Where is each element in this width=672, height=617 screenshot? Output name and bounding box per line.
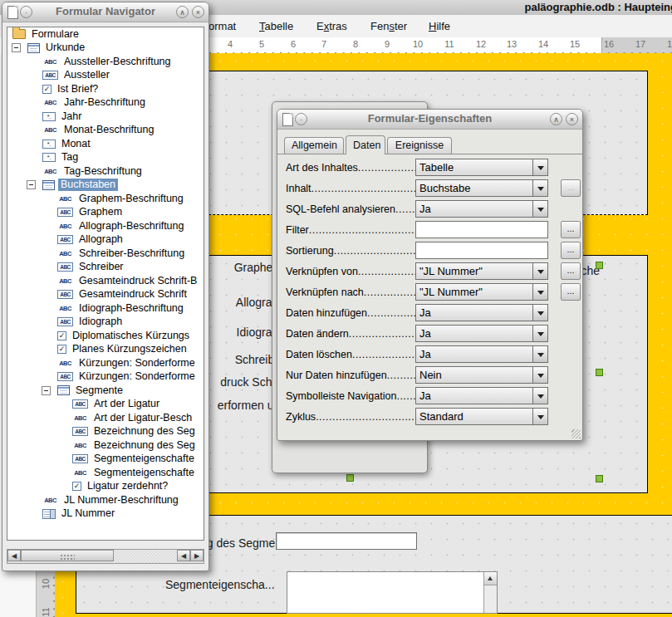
tree-item-aussteller[interactable]: ABCAussteller bbox=[7, 69, 204, 83]
scroll-left-button[interactable]: ◀ bbox=[177, 550, 190, 561]
tree-item-graphem-beschriftung[interactable]: ABCGraphem-Beschriftung bbox=[7, 192, 204, 206]
field-value[interactable]: Ja bbox=[415, 345, 532, 363]
collapse-expander-icon[interactable] bbox=[12, 43, 21, 52]
dropdown-field-daten-löschen[interactable]: Ja bbox=[415, 345, 548, 363]
selection-handle[interactable] bbox=[346, 474, 354, 482]
close-icon[interactable]: × bbox=[566, 113, 578, 125]
dropdown-field-art-des-inhaltes[interactable]: Tabelle bbox=[415, 159, 548, 176]
tree-item-gesamteindruck-schrift[interactable]: ABCGesamteindruck Schrift bbox=[7, 288, 204, 302]
field-value[interactable]: Standard bbox=[415, 408, 532, 425]
tree-item-allograph[interactable]: ABCAllograph bbox=[7, 233, 204, 247]
tree-item-graphem[interactable]: ABCGraphem bbox=[7, 206, 204, 220]
field-value[interactable]: Buchstabe bbox=[415, 179, 532, 197]
navigator-hscrollbar[interactable]: ◀◀▶ bbox=[7, 549, 204, 564]
scrollbar-thumb[interactable] bbox=[21, 550, 114, 561]
tree-item-buchstaben[interactable]: Buchstaben bbox=[7, 179, 204, 193]
tree-item-kürzungen-sonderforme[interactable]: ABCKürzungen: Sonderforme bbox=[7, 356, 204, 370]
tree-item-schreiber[interactable]: ABCSchreiber bbox=[7, 261, 204, 275]
menu-item-ormat[interactable]: ormat bbox=[205, 18, 239, 34]
tree-item-idiograph[interactable]: ABCIdiograph bbox=[7, 316, 204, 330]
scroll-left-button[interactable]: ◀ bbox=[7, 550, 21, 561]
field-value[interactable]: "JL Nummer" bbox=[415, 283, 532, 301]
tree-item-kürzungen-sonderforme[interactable]: ABCKürzungen: Sonderforme bbox=[7, 370, 204, 384]
tree-item-urkunde[interactable]: Urkunde bbox=[7, 42, 204, 56]
tree-item-gesamteindruck-schrift-b[interactable]: ABCGesamteindruck Schrift-B bbox=[7, 274, 204, 288]
field-value[interactable]: Tabelle bbox=[415, 159, 532, 176]
tree-item-idiograph-beschriftung[interactable]: ABCIdiograph-Beschriftung bbox=[7, 301, 204, 316]
browse-button[interactable]: ... bbox=[561, 242, 581, 259]
rollup-icon[interactable]: ∧ bbox=[550, 113, 562, 125]
chevron-down-icon[interactable] bbox=[532, 408, 548, 425]
chevron-down-icon[interactable] bbox=[532, 304, 548, 321]
chevron-down-icon[interactable] bbox=[532, 159, 548, 176]
browse-button[interactable]: ... bbox=[561, 283, 581, 301]
text-field-sortierung[interactable] bbox=[415, 242, 548, 259]
tree-item-ligatur-zerdehnt?[interactable]: ✓Ligatur zerdehnt? bbox=[7, 480, 204, 494]
browse-button[interactable]: ... bbox=[561, 221, 581, 238]
chevron-down-icon[interactable] bbox=[532, 325, 548, 342]
collapse-expander-icon[interactable] bbox=[27, 180, 36, 189]
field-value[interactable]: Ja bbox=[415, 304, 532, 321]
tree-item-bezeichnung-des-seg[interactable]: ABCBezeichnung des Seg bbox=[7, 438, 204, 453]
chevron-down-icon[interactable] bbox=[532, 200, 548, 218]
collapse-expander-icon[interactable] bbox=[42, 386, 51, 395]
tree-item-art-der-ligatur-besch[interactable]: ABCArt der Ligatur-Besch bbox=[7, 411, 204, 425]
dropdown-field-verknüpfen-von[interactable]: "JL Nummer" bbox=[415, 262, 548, 280]
field-value[interactable]: "JL Nummer" bbox=[415, 262, 532, 280]
dropdown-field-daten-hinzufügen[interactable]: Ja bbox=[415, 304, 548, 321]
browse-button[interactable]: ... bbox=[561, 262, 581, 280]
dropdown-field-daten-ändern[interactable]: Ja bbox=[415, 325, 548, 342]
segment-bezeichnung-input[interactable] bbox=[276, 532, 417, 550]
tab-allgemein[interactable]: Allgemein bbox=[284, 137, 344, 154]
tree-item-jahr-beschriftung[interactable]: ABCJahr-Beschriftung bbox=[7, 96, 204, 110]
tree-item-jahr[interactable]: *.Jahr bbox=[7, 110, 204, 124]
tree-item-monat-beschriftung[interactable]: ABCMonat-Beschriftung bbox=[7, 124, 204, 138]
selection-handle[interactable] bbox=[596, 262, 603, 269]
chevron-down-icon[interactable] bbox=[532, 179, 548, 197]
menu-item-fenster[interactable]: Fenster bbox=[367, 18, 410, 34]
tree-item-jl-nummer-beschriftung[interactable]: ABCJL Nummer-Beschriftung bbox=[7, 493, 204, 507]
tree-item-tag[interactable]: *.Tag bbox=[7, 151, 204, 165]
selection-handle[interactable] bbox=[596, 475, 603, 482]
dropdown-field-symbolleiste-navigation[interactable]: Ja bbox=[415, 387, 548, 404]
text-field-filter[interactable] bbox=[415, 221, 548, 238]
menu-item-extras[interactable]: Extras bbox=[313, 18, 351, 34]
chevron-down-icon[interactable] bbox=[532, 262, 548, 280]
chevron-down-icon[interactable] bbox=[532, 345, 548, 363]
chevron-down-icon[interactable] bbox=[532, 387, 548, 404]
dialog-titlebar[interactable]: · Formular-Eigenschaften ∧ × bbox=[277, 110, 582, 130]
tree-item-aussteller-beschriftung[interactable]: ABCAussteller-Beschriftung bbox=[7, 55, 204, 69]
tree-item-segmenteigenschafte[interactable]: ABCSegmenteigenschafte bbox=[7, 453, 204, 467]
close-icon[interactable]: × bbox=[192, 6, 204, 18]
dropdown-field-nur-daten-hinzufügen[interactable]: Nein bbox=[415, 366, 548, 384]
chevron-down-icon[interactable] bbox=[532, 283, 548, 301]
selection-handle[interactable] bbox=[596, 369, 603, 376]
tree-item-segmente[interactable]: Segmente bbox=[7, 384, 204, 398]
dropdown-field-verknüpfen-nach[interactable]: "JL Nummer" bbox=[415, 283, 548, 301]
field-value[interactable] bbox=[415, 221, 548, 238]
scroll-up-button[interactable] bbox=[484, 572, 497, 585]
rollup-icon[interactable]: ∧ bbox=[176, 6, 189, 18]
field-value[interactable]: Ja bbox=[415, 200, 532, 218]
tree-item-planes-kürzungszeichen[interactable]: ✓Planes Kürzungszeichen bbox=[7, 343, 204, 357]
tree-item-schreiber-beschriftung[interactable]: ABCSchreiber-Beschriftung bbox=[7, 247, 204, 261]
tab-daten[interactable]: Daten bbox=[346, 135, 385, 154]
tree-item-ist-brief?[interactable]: ✓Ist Brief? bbox=[7, 82, 204, 96]
tree-item-diplomatisches-kürzungs[interactable]: ✓Diplomatisches Kürzungs bbox=[7, 329, 204, 343]
textarea-scrollbar[interactable] bbox=[483, 572, 497, 613]
tree-item-allograph-beschriftung[interactable]: ABCAllograph-Beschriftung bbox=[7, 219, 204, 233]
dropdown-field-zyklus[interactable]: Standard bbox=[415, 408, 548, 425]
scrollbar-track[interactable] bbox=[114, 550, 177, 563]
tree-item-segmenteigenschafte[interactable]: ABCSegmenteigenschafte bbox=[7, 466, 204, 480]
scroll-right-button[interactable]: ▶ bbox=[190, 550, 204, 561]
chevron-down-icon[interactable] bbox=[532, 366, 548, 384]
tree-item-monat[interactable]: *.Monat bbox=[7, 137, 204, 151]
field-value[interactable] bbox=[415, 242, 548, 259]
dropdown-field-sql-befehl-analysieren[interactable]: Ja bbox=[415, 200, 548, 218]
menu-item-tabelle[interactable]: Tabelle bbox=[256, 18, 297, 34]
tree-item-art-der-ligatur[interactable]: ABCArt der Ligatur bbox=[7, 398, 204, 412]
resize-grip[interactable] bbox=[571, 429, 581, 438]
segmenteigenschaften-textarea[interactable] bbox=[287, 571, 498, 614]
navigator-titlebar[interactable]: · Formular Navigator ∧ × bbox=[2, 2, 208, 22]
tree-item-jl-nummer[interactable]: JL Nummer bbox=[7, 507, 204, 522]
